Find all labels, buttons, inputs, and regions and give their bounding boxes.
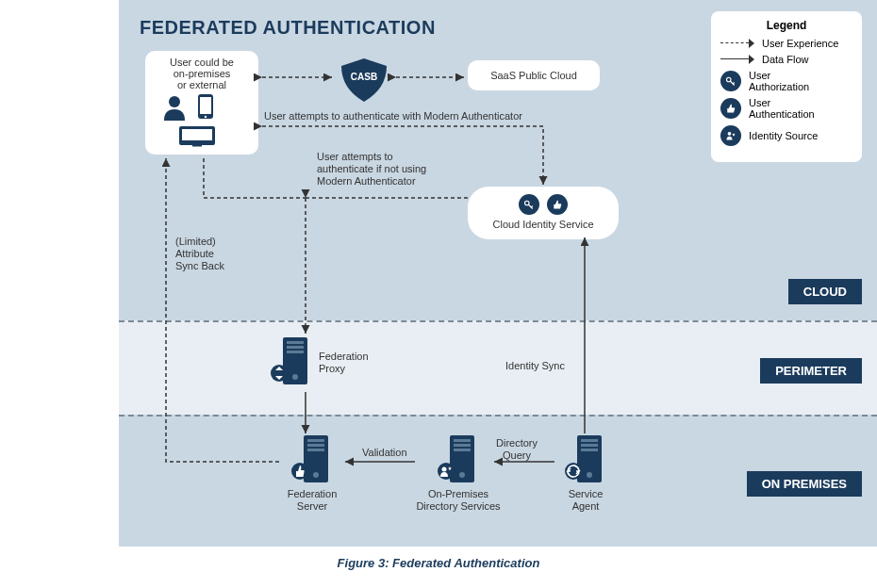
svg-rect-17: [307, 439, 324, 442]
svg-rect-8: [192, 145, 202, 147]
svg-rect-12: [287, 346, 304, 349]
node-federation-server: Federation Server: [270, 433, 355, 513]
node-cloud-identity: Cloud Identity Service: [468, 187, 619, 239]
legend-title: Legend: [720, 19, 852, 32]
server-icon: [270, 335, 313, 390]
edge-label-directory-query: Directory Query: [496, 437, 538, 462]
divider-perimeter-onprem: [119, 415, 877, 416]
node-casb: CASB: [336, 57, 392, 104]
svg-rect-7: [182, 129, 212, 140]
server-icon: [564, 433, 607, 488]
zone-badge-perimeter: PERIMETER: [760, 358, 862, 384]
node-service-agent: Service Agent: [543, 433, 628, 513]
key-icon: [720, 71, 741, 91]
federation-server-label: Federation Server: [270, 488, 355, 513]
user-devices-icon: [151, 90, 255, 147]
svg-point-27: [438, 463, 455, 480]
saas-label: SaaS Public Cloud: [475, 70, 592, 81]
svg-rect-23: [454, 439, 471, 442]
service-agent-label: Service Agent: [543, 488, 628, 513]
thumbs-up-icon: [720, 98, 741, 119]
edge-label-attr-sync: (Limited) Attribute Sync Back: [175, 236, 241, 273]
svg-rect-11: [287, 341, 304, 344]
svg-rect-4: [200, 97, 211, 114]
cloud-identity-label: Cloud Identity Service: [475, 219, 611, 230]
diagram-container: FEDERATED AUTHENTICATION CLOUD PERIMETER…: [119, 0, 877, 547]
zone-badge-cloud: CLOUD: [788, 279, 862, 304]
node-user-label: User could be on-premises or external: [151, 57, 253, 90]
svg-rect-18: [307, 444, 324, 447]
zone-badge-onprem: ON PREMISES: [747, 471, 862, 497]
figure-caption: Figure 3: Federated Authentication: [0, 556, 877, 570]
svg-point-14: [292, 374, 298, 380]
svg-rect-25: [454, 449, 471, 451]
edge-label-modern-auth: User attempts to authenticate with Moder…: [264, 110, 547, 122]
node-saas: SaaS Public Cloud: [468, 60, 600, 90]
onprem-directory-label: On-Premises Directory Services: [402, 488, 515, 513]
solid-arrow-icon: [720, 55, 754, 64]
node-user: User could be on-premises or external: [145, 51, 258, 155]
diagram-title: FEDERATED AUTHENTICATION: [140, 17, 436, 39]
legend-row-data-flow: Data Flow: [720, 54, 852, 65]
svg-rect-32: [581, 449, 598, 451]
dashed-arrow-icon: [720, 39, 754, 48]
legend-row-user-authorization: User Authorization: [720, 70, 852, 92]
edge-label-validation: Validation: [362, 447, 407, 459]
server-icon: [437, 433, 480, 488]
legend-row-user-experience: User Experience: [720, 38, 852, 49]
svg-point-20: [313, 472, 319, 478]
legend-panel: Legend User Experience Data Flow User Au…: [711, 11, 862, 162]
key-icon: [519, 194, 539, 215]
svg-rect-19: [307, 449, 324, 451]
federation-proxy-label: Federation Proxy: [319, 351, 369, 375]
legend-row-user-authentication: User Authentication: [720, 97, 852, 120]
svg-rect-13: [287, 351, 304, 353]
casb-label: CASB: [336, 72, 392, 82]
node-federation-proxy: Federation Proxy: [270, 335, 392, 390]
edge-label-not-modern-auth: User attempts to authenticate if not usi…: [317, 151, 468, 188]
svg-rect-30: [581, 439, 598, 442]
svg-rect-24: [454, 444, 471, 447]
edge-label-identity-sync: Identity Sync: [505, 360, 565, 372]
legend-row-identity-source: Identity Source: [720, 125, 852, 146]
thumbs-up-icon: [547, 194, 568, 215]
svg-point-28: [442, 467, 447, 472]
svg-point-5: [205, 116, 207, 118]
server-icon: [290, 433, 334, 488]
svg-point-26: [459, 472, 465, 478]
svg-point-33: [587, 472, 592, 478]
svg-point-1: [728, 131, 732, 135]
svg-rect-31: [581, 444, 598, 447]
svg-point-2: [169, 96, 180, 107]
person-star-icon: [720, 125, 741, 146]
divider-cloud-perimeter: [119, 320, 877, 322]
